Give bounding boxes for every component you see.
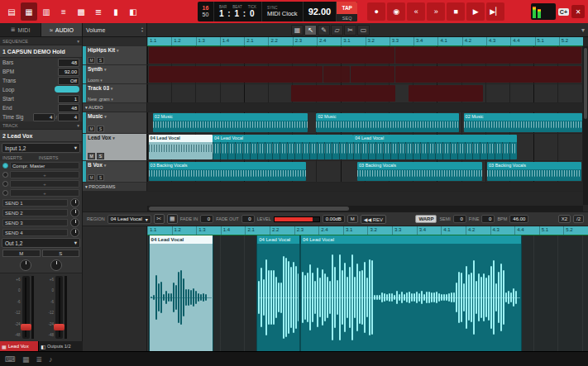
fader-cap[interactable] [54,324,65,330]
split-tool-icon[interactable]: ✂ [344,25,356,36]
audio-clip[interactable]: 02 Music [316,113,459,132]
insert-power-icon[interactable] [2,172,8,178]
audio-clip[interactable]: 02 Music [153,113,308,132]
mute-button[interactable]: M [88,126,95,132]
chevron-down-icon[interactable]: ▾ [581,26,585,34]
solo-button[interactable]: S [42,250,80,257]
level-db-value[interactable]: 0.00dB [323,215,345,223]
monitor-icon[interactable]: ◧ [125,2,141,21]
stop-button[interactable]: ■ [447,2,465,21]
insert-slot[interactable]: Compr. Master [0,161,82,170]
audio-clip[interactable]: 04 Lead Vocal [213,135,353,159]
fader-cap[interactable] [21,324,31,330]
close-icon[interactable]: ✕ [571,5,585,18]
input-select[interactable]: Input 1,2 ▾ [2,143,80,153]
outputs-badge[interactable]: ◧ Outputs 1/2 [38,341,83,351]
audio-clip[interactable]: 04 Lead Vocal [149,135,213,159]
start-value[interactable]: 1 [58,95,79,103]
track-section-header[interactable]: TRACK ▾ [0,121,82,130]
insert-power-icon[interactable] [2,190,8,196]
solo-button[interactable]: S [97,174,104,181]
audio-clip[interactable]: 02 Music [464,113,582,132]
midi-clip[interactable] [351,66,394,83]
editor-waveform-area[interactable]: 04 Lead Vocal 04 Lead Vocal 04 Lead Voca… [147,235,588,351]
overdub-button[interactable]: ◉ [387,2,405,21]
insert-name[interactable]: + [10,180,79,188]
track-cell-synth[interactable]: Synth ▾ Loom ▾ [83,65,147,84]
track-cell-hiphps-kit[interactable]: HipHps Kit ▾ MS [83,46,147,65]
fade-out-value[interactable]: 0 [241,215,255,223]
program-select[interactable]: Loom ▾ [88,78,103,83]
region-select[interactable]: 04 Lead Vocal ▾ [108,215,151,224]
scrollbar-thumb[interactable] [149,207,349,211]
track-cell-track-03[interactable]: Track 03 ▾ New .gram ▾ [83,84,147,103]
pan-knob[interactable] [20,259,31,271]
piano-roll-icon[interactable]: ♪ [49,355,53,364]
keys-icon[interactable]: ▩ [73,2,89,21]
channel-mixer-icon[interactable]: ▥ [38,2,55,21]
bars-value[interactable]: 48 [58,59,79,67]
horizontal-scrollbar[interactable] [147,206,583,212]
fade-in-value[interactable]: 0 [200,215,213,223]
tempo-source-button[interactable]: SEQ [337,14,357,21]
pad-grid-icon[interactable]: ▦ [22,355,30,364]
timeline-ruler[interactable]: 1.11.21.31.42.12.22.32.43.13.23.33.44.14… [147,37,583,46]
timesig-numerator[interactable]: 4 [33,113,55,121]
main-icon[interactable]: ▦ [21,2,37,21]
vertical-scrollbar[interactable] [583,46,588,205]
solo-button[interactable]: S [97,57,104,64]
split-region-icon[interactable]: ✂ [154,214,165,224]
insert-power-icon[interactable] [2,181,8,187]
step-back-button[interactable]: « [407,2,425,21]
midi-clip[interactable] [149,66,323,83]
pencil-tool-icon[interactable]: ✎ [318,25,330,36]
editor-audio-region[interactable]: 04 Lead Vocal [300,235,522,351]
insert-name[interactable]: + [10,189,79,197]
mute-tool-icon[interactable]: ▭ [357,25,370,36]
meters-icon[interactable]: ▮ [108,2,124,21]
semi-value[interactable]: 0 [453,215,466,223]
mute-button[interactable]: M [88,153,95,159]
section-programs[interactable]: ▾ PROGRAMS [83,183,147,192]
insert-slot[interactable]: + [0,179,82,188]
midi-clip[interactable] [409,85,483,102]
solo-button[interactable]: S [97,153,104,159]
scrollbar-thumb[interactable] [584,48,587,119]
send-knob[interactable] [70,198,79,207]
editor-audio-region[interactable]: 04 Lead Vocal [149,235,213,351]
audio-clip[interactable]: 03 Backing Vocals [149,162,306,181]
solo-button[interactable]: S [97,126,104,132]
sequence-name[interactable]: 1 CAPSUN DEMO Hold [0,45,82,58]
send-knob[interactable] [70,228,79,237]
level-slider[interactable] [274,216,320,222]
lane-strip[interactable]: 02 Music 02 Music 02 Music [147,112,583,134]
volume-fader[interactable] [55,276,63,339]
midi-clip[interactable] [291,85,395,102]
region-bpm-value[interactable]: 46.00 [509,215,528,223]
sliders-icon[interactable]: ≣ [90,2,107,21]
loop-toggle[interactable] [55,86,79,93]
editor-ruler[interactable]: 1.11.21.31.42.12.22.32.43.13.23.33.44.14… [147,226,588,235]
tab-audio[interactable]: ≈ AUDIO [41,23,83,36]
region-mute-button[interactable]: M [347,215,358,223]
current-track-badge[interactable]: ▦ Lead Vox [0,341,38,351]
reverse-button[interactable]: ◀◀ REV [361,215,386,224]
tap-tempo-button[interactable]: TAP [337,2,357,14]
lane-strip[interactable]: 04 Lead Vocal 04 Lead Vocal 04 Lead Voca… [147,134,583,161]
midi-clip[interactable] [395,66,582,83]
mute-button[interactable]: M [88,57,95,64]
eraser-tool-icon[interactable]: ▱ [331,25,343,36]
select-tool-icon[interactable]: ↖ [304,25,317,36]
track-parameter-select[interactable]: Volume ▴▾ [83,23,147,36]
insert-power-icon[interactable] [2,163,8,169]
audio-clip[interactable]: 03 Backing Vocals [487,162,581,181]
double-bpm-button[interactable]: X2 [558,215,571,223]
midi-clip[interactable] [149,47,394,64]
lane-strip[interactable]: 03 Backing Vocals 03 Backing Vocals 03 B… [147,161,583,183]
track-cell-b-vox[interactable]: B Vox ▾ MS [83,161,147,183]
track-cell-music[interactable]: Music ▾ MS [83,112,147,134]
half-bpm-button[interactable]: /2 [573,215,584,223]
send-knob[interactable] [70,218,79,227]
file-icon[interactable]: ▤ [3,2,20,21]
play-button[interactable]: ▶ [466,2,485,21]
